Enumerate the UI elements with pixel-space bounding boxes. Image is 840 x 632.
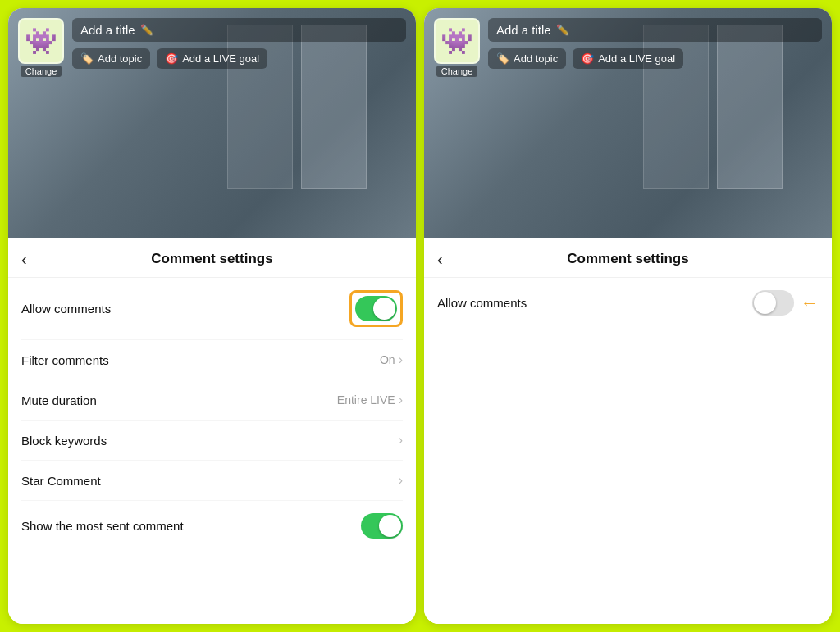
right-live-header: 👾 Change Add a title ✏️ 🏷️ Add topic	[434, 18, 822, 77]
right-allow-comments-toggle[interactable]	[752, 290, 794, 316]
left-topic-icon: 🏷️	[80, 52, 94, 65]
left-live-header: 👾 Change Add a title ✏️ 🏷️ Add topic	[18, 18, 406, 77]
right-avatar-container: 👾 Change	[434, 18, 480, 77]
left-mute-label: Mute duration	[21, 393, 97, 407]
left-back-arrow[interactable]: ‹	[21, 250, 27, 269]
left-block-label: Block keywords	[21, 434, 107, 448]
left-toggle-knob	[373, 298, 395, 320]
right-live-preview: 👾 Change Add a title ✏️ 🏷️ Add topic	[424, 8, 832, 238]
left-avatar-emoji: 👾	[25, 25, 57, 57]
left-goal-label: Add a LIVE goal	[182, 52, 259, 65]
left-allow-comments-item: Allow comments	[21, 278, 403, 340]
left-star-comment-item[interactable]: Star Comment ›	[21, 461, 403, 501]
right-title-text: Add a title	[496, 23, 551, 37]
left-add-topic-btn[interactable]: 🏷️ Add topic	[72, 48, 150, 69]
right-edit-icon[interactable]: ✏️	[556, 24, 569, 36]
right-back-arrow[interactable]: ‹	[437, 250, 443, 269]
left-star-label: Star Comment	[21, 474, 101, 488]
left-most-sent-label: Show the most sent comment	[21, 519, 184, 533]
left-mute-chevron: ›	[399, 393, 403, 407]
right-arrow-indicator: ←	[801, 293, 819, 314]
left-title-area: Add a title ✏️ 🏷️ Add topic 🎯 Add a LIVE…	[72, 18, 406, 69]
left-topic-row: 🏷️ Add topic 🎯 Add a LIVE goal	[72, 48, 406, 69]
left-live-goal-btn[interactable]: 🎯 Add a LIVE goal	[157, 48, 267, 69]
left-allow-comments-label: Allow comments	[21, 302, 111, 316]
right-settings-list: Allow comments ←	[424, 278, 832, 328]
right-phone-panel: 👾 Change Add a title ✏️ 🏷️ Add topic	[424, 8, 832, 624]
right-topic-icon: 🏷️	[496, 52, 509, 65]
left-most-sent-knob	[379, 515, 401, 537]
left-settings-header: ‹ Comment settings	[8, 238, 416, 278]
left-allow-comments-toggle[interactable]	[355, 296, 397, 321]
left-change-label[interactable]: Change	[21, 66, 62, 77]
left-filter-comments-label: Filter comments	[21, 353, 109, 367]
right-comment-settings: ‹ Comment settings Allow comments ←	[424, 238, 832, 624]
right-title-area: Add a title ✏️ 🏷️ Add topic 🎯 Add a LIVE…	[488, 18, 822, 69]
left-filter-right: On ›	[380, 352, 403, 367]
left-mute-duration-item[interactable]: Mute duration Entire LIVE ›	[21, 380, 403, 421]
left-block-right: ›	[399, 433, 403, 448]
left-star-right: ›	[399, 473, 403, 488]
right-goal-label: Add a LIVE goal	[598, 52, 675, 65]
left-title-row: Add a title ✏️	[72, 18, 406, 42]
right-title-row: Add a title ✏️	[488, 18, 822, 42]
left-toggle-highlight	[349, 290, 403, 327]
right-allow-comments-item: Allow comments ←	[437, 278, 819, 328]
left-mute-right: Entire LIVE ›	[337, 393, 403, 407]
right-topic-row: 🏷️ Add topic 🎯 Add a LIVE goal	[488, 48, 822, 69]
right-avatar-emoji: 👾	[441, 25, 473, 57]
right-settings-header: ‹ Comment settings	[424, 238, 832, 278]
left-filter-comments-item[interactable]: Filter comments On ›	[21, 340, 403, 380]
left-goal-icon: 🎯	[165, 52, 178, 65]
left-filter-value: On	[380, 353, 395, 366]
left-most-sent-toggle[interactable]	[361, 513, 403, 539]
left-star-chevron: ›	[399, 473, 403, 488]
right-allow-comments-label: Allow comments	[437, 296, 527, 310]
left-avatar-container: 👾 Change	[18, 18, 64, 77]
right-live-goal-btn[interactable]: 🎯 Add a LIVE goal	[573, 48, 683, 69]
right-toggle-knob	[754, 292, 776, 314]
right-settings-title: Comment settings	[567, 251, 688, 267]
right-goal-icon: 🎯	[581, 52, 594, 65]
left-comment-settings: ‹ Comment settings Allow comments Filter…	[8, 238, 416, 624]
left-edit-icon[interactable]: ✏️	[140, 24, 153, 36]
left-settings-title: Comment settings	[151, 251, 272, 267]
left-settings-list: Allow comments Filter comments On ›	[8, 278, 416, 551]
left-block-chevron: ›	[399, 433, 403, 448]
left-most-sent-item: Show the most sent comment	[21, 501, 403, 551]
left-topic-label: Add topic	[98, 52, 142, 65]
left-filter-chevron: ›	[399, 352, 403, 367]
right-topic-label: Add topic	[514, 52, 558, 65]
right-add-topic-btn[interactable]: 🏷️ Add topic	[488, 48, 566, 69]
right-avatar[interactable]: 👾	[434, 18, 480, 64]
left-phone-panel: 👾 Change Add a title ✏️ 🏷️ Add topic	[8, 8, 416, 624]
left-live-preview: 👾 Change Add a title ✏️ 🏷️ Add topic	[8, 8, 416, 238]
right-allow-right: ←	[752, 290, 819, 316]
left-mute-value: Entire LIVE	[337, 393, 395, 407]
left-block-keywords-item[interactable]: Block keywords ›	[21, 421, 403, 461]
left-title-text: Add a title	[80, 23, 135, 37]
left-avatar[interactable]: 👾	[18, 18, 64, 64]
right-change-label[interactable]: Change	[436, 66, 478, 77]
